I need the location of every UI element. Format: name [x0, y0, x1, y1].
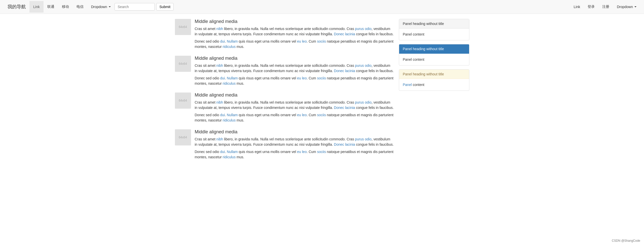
link-donec-2[interactable]: Donec [334, 69, 344, 73]
media-image-1: 64x64 [175, 19, 191, 35]
link-leo-2[interactable]: leo [302, 76, 307, 80]
media-text1-4: Cras sit amet nibh libero, in gravida nu… [195, 137, 394, 147]
link-lacinia-4[interactable]: lacinia [345, 142, 355, 146]
link-odio-3[interactable]: odio [365, 100, 371, 104]
media-item-3: 64x64 Middle aligned media Cras sit amet… [175, 93, 394, 123]
navbar-left: 我的导航 Link 联通 移动 电信 Dropdown Submit [4, 0, 174, 14]
navbar: 我的导航 Link 联通 移动 电信 Dropdown Submit Link … [0, 0, 644, 14]
panel-1-heading: Panel heading without title [399, 19, 469, 28]
nav-item-link[interactable]: Link [29, 1, 44, 13]
panel-3: Panel heading without title Panel conten… [399, 69, 469, 91]
link-odio-2[interactable]: odio [365, 64, 371, 68]
main-container: 64x64 Middle aligned media Cras sit amet… [171, 14, 473, 171]
media-body-3: Middle aligned media Cras sit amet nibh … [195, 93, 394, 123]
link-leo-4[interactable]: leo [302, 150, 307, 154]
link-ridiculus-2[interactable]: ridiculus [223, 81, 236, 85]
navbar-right: Link 登录 注册 Dropdown [570, 1, 640, 13]
media-text2-2: Donec sed odio dui. Nullam quis risus eg… [195, 76, 394, 86]
nav-right-login[interactable]: 登录 [584, 1, 598, 13]
link-dui-2[interactable]: dui [220, 76, 225, 80]
panel-2-body: Panel content [399, 54, 469, 65]
media-heading-1: Middle aligned media [195, 19, 394, 24]
link-dui-3[interactable]: dui [220, 113, 225, 117]
panel-3-body: Panel content [399, 79, 469, 90]
caret-icon [109, 6, 111, 7]
link-eu-3[interactable]: eu [297, 113, 301, 117]
media-image-2: 64x64 [175, 56, 191, 72]
media-body-2: Middle aligned media Cras sit amet nibh … [195, 56, 394, 86]
media-text1-3: Cras sit amet nibh libero, in gravida nu… [195, 100, 394, 110]
link-dui-1[interactable]: dui [220, 39, 225, 43]
media-list: 64x64 Middle aligned media Cras sit amet… [175, 19, 394, 166]
nav-right-register[interactable]: 注册 [598, 1, 613, 13]
panel-2-heading: Panel heading without title [399, 44, 469, 54]
right-caret-icon [634, 6, 636, 7]
link-eu-4[interactable]: eu [297, 150, 301, 154]
media-item-2: 64x64 Middle aligned media Cras sit amet… [175, 56, 394, 86]
link-leo-3[interactable]: leo [302, 113, 307, 117]
nav-item-dianxin[interactable]: 电信 [73, 1, 87, 13]
search-input[interactable] [115, 3, 155, 11]
media-heading-3: Middle aligned media [195, 93, 394, 98]
link-ridiculus-3[interactable]: ridiculus [223, 118, 236, 122]
link-nullam-4[interactable]: Nullam [227, 150, 238, 154]
media-heading-2: Middle aligned media [195, 56, 394, 61]
link-ridiculus-1[interactable]: ridiculus [223, 45, 236, 49]
link-nullam-2[interactable]: Nullam [227, 76, 238, 80]
link-sociis-4[interactable]: sociis [317, 150, 326, 154]
link-dui-4[interactable]: dui [220, 150, 225, 154]
media-body-1: Middle aligned media Cras sit amet nibh … [195, 19, 394, 49]
link-donec-1[interactable]: Donec [334, 32, 344, 36]
search-submit-button[interactable]: Submit [156, 3, 174, 11]
link-nibh-2[interactable]: nibh [216, 64, 223, 68]
navbar-brand[interactable]: 我的导航 [4, 0, 29, 14]
media-item-1: 64x64 Middle aligned media Cras sit amet… [175, 19, 394, 49]
nav-right-dropdown[interactable]: Dropdown [613, 1, 640, 13]
link-sociis-1[interactable]: sociis [317, 39, 326, 43]
link-eu-1[interactable]: eu [297, 39, 301, 43]
media-text2-4: Donec sed odio dui. Nullam quis risus eg… [195, 149, 394, 160]
link-purus-3[interactable]: purus [355, 100, 364, 104]
link-donec-3[interactable]: Donec [334, 106, 344, 110]
panel-2: Panel heading without title Panel conten… [399, 44, 469, 66]
link-leo-1[interactable]: leo [302, 39, 307, 43]
media-image-3: 64x64 [175, 93, 191, 109]
link-sociis-2[interactable]: sociis [317, 76, 326, 80]
footer-text: CSDN @ShangCode [612, 239, 640, 242]
nav-right-link[interactable]: Link [570, 1, 584, 13]
nav-item-yidong[interactable]: 移动 [58, 1, 73, 13]
link-purus-1[interactable]: purus [355, 27, 364, 31]
link-odio-1[interactable]: odio [365, 27, 371, 31]
media-image-4: 64x64 [175, 129, 191, 145]
link-sociis-3[interactable]: sociis [317, 113, 326, 117]
link-lacinia-1[interactable]: lacinia [345, 32, 355, 36]
media-item-4: 64x64 Middle aligned media Cras sit amet… [175, 129, 394, 160]
nav-dropdown-left[interactable]: Dropdown [87, 1, 115, 13]
link-nibh-4[interactable]: nibh [216, 137, 223, 141]
link-eu-2[interactable]: eu [297, 76, 301, 80]
link-nibh-1[interactable]: nibh [216, 27, 223, 31]
footer: CSDN @ShangCode [0, 236, 644, 245]
link-purus-2[interactable]: purus [355, 64, 364, 68]
link-nullam-1[interactable]: Nullam [227, 39, 238, 43]
link-donec-4[interactable]: Donec [334, 142, 344, 146]
media-text2-3: Donec sed odio dui. Nullam quis risus eg… [195, 112, 394, 123]
panel-3-panel-link[interactable]: Panel [403, 83, 412, 87]
media-heading-4: Middle aligned media [195, 129, 394, 135]
link-ridiculus-4[interactable]: ridiculus [223, 155, 236, 159]
panel-1: Panel heading without title Panel conten… [399, 19, 469, 40]
link-purus-4[interactable]: purus [355, 137, 364, 141]
link-lacinia-3[interactable]: lacinia [345, 106, 355, 110]
navbar-search-form: Submit [115, 1, 174, 13]
link-nullam-3[interactable]: Nullam [227, 113, 238, 117]
panels-sidebar: Panel heading without title Panel conten… [399, 19, 469, 166]
link-odio-4[interactable]: odio [365, 137, 371, 141]
media-text1-2: Cras sit amet nibh libero, in gravida nu… [195, 63, 394, 74]
link-lacinia-2[interactable]: lacinia [345, 69, 355, 73]
media-text2-1: Donec sed odio dui. Nullam quis risus eg… [195, 39, 394, 49]
panel-1-body: Panel content [399, 28, 469, 40]
link-nibh-3[interactable]: nibh [216, 100, 223, 104]
media-text1-1: Cras sit amet nibh libero, in gravida nu… [195, 26, 394, 37]
nav-item-liantong[interactable]: 联通 [44, 1, 58, 13]
panel-3-heading: Panel heading without title [399, 70, 469, 79]
